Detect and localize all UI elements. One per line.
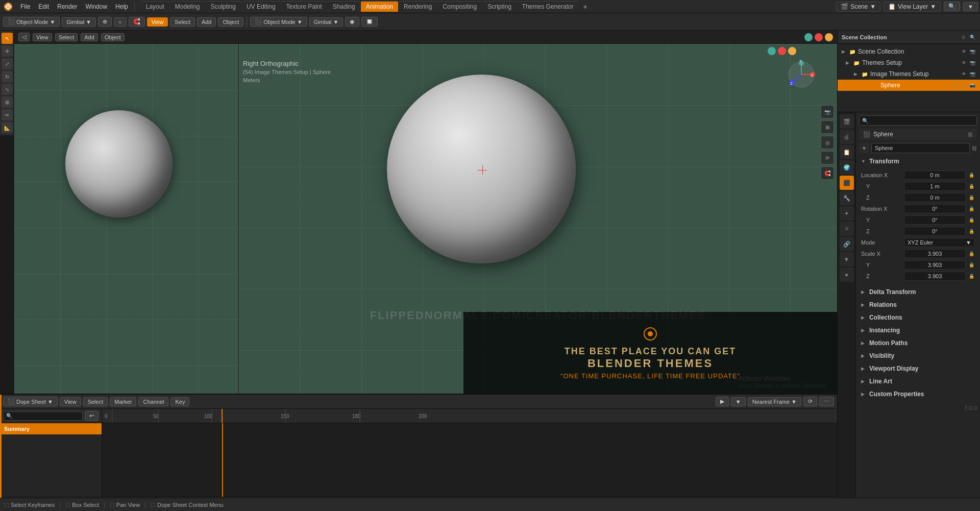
instancing-section[interactable]: ▶ Instancing xyxy=(859,324,977,336)
filter-button[interactable]: ▼ xyxy=(963,2,978,11)
ds-channel[interactable]: Channel xyxy=(138,397,168,406)
editor-type-right[interactable]: ⬛ Object Mode ▼ xyxy=(250,17,307,27)
viewport-add[interactable]: Add xyxy=(81,33,98,41)
rotation-y-lock[interactable]: 🔒 xyxy=(968,216,975,224)
add-workspace-button[interactable]: + xyxy=(579,2,592,12)
left-split-viewport[interactable] xyxy=(14,44,239,394)
select-tool[interactable]: ↖ xyxy=(2,33,13,44)
menu-render[interactable]: Render xyxy=(53,2,81,11)
ds-playback-btn[interactable]: ▶ xyxy=(716,397,729,406)
obj-link-icon[interactable]: ⛓ xyxy=(968,132,973,137)
outliner-search-btn[interactable]: 🔍 xyxy=(969,34,976,41)
location-z-lock[interactable]: 🔒 xyxy=(968,194,975,201)
ds-filter-btn[interactable]: ▼ xyxy=(731,397,746,406)
line-art-section[interactable]: ▶ Line Art xyxy=(859,375,977,387)
gizmo-button[interactable]: ⟳ xyxy=(821,151,834,164)
tab-themes-generator[interactable]: Themes Generator xyxy=(517,1,579,12)
tab-rendering[interactable]: Rendering xyxy=(399,1,437,12)
ds-nearest-frame[interactable]: Nearest Frame ▼ xyxy=(748,397,801,406)
prop-physics-icon[interactable]: ⚛ xyxy=(840,222,854,236)
viewport-display-section[interactable]: ▶ Viewport Display xyxy=(859,362,977,375)
collections-section[interactable]: ▶ Collections xyxy=(859,311,977,324)
overlay-button[interactable]: ◉ xyxy=(345,17,359,27)
tab-uv-editing[interactable]: UV Editing xyxy=(241,1,281,12)
prop-output-icon[interactable]: 🖨 xyxy=(840,130,854,144)
rotation-y-value[interactable]: 0° xyxy=(904,215,966,225)
rotation-z-value[interactable]: 0° xyxy=(904,227,966,236)
tab-animation[interactable]: Animation xyxy=(361,1,398,12)
viewport-select[interactable]: Select xyxy=(55,33,78,41)
tab-scripting[interactable]: Scripting xyxy=(482,1,517,12)
tab-shading[interactable]: Shading xyxy=(328,1,360,12)
tab-sculpting[interactable]: Sculpting xyxy=(206,1,241,12)
editor-type-left[interactable]: ⬛ Object Mode ▼ xyxy=(3,17,60,27)
mesh-link-btn[interactable]: ⛓ xyxy=(972,145,977,151)
scale-y-lock[interactable]: 🔒 xyxy=(968,261,975,269)
ds-select[interactable]: Select xyxy=(83,397,108,406)
tab-texture-paint[interactable]: Texture Paint xyxy=(281,1,327,12)
rotation-z-lock[interactable]: 🔒 xyxy=(968,228,975,235)
tree-item-image-themes[interactable]: ▶ 📁 Image Themes Setup 👁 📷 xyxy=(838,68,980,80)
nav-gizmo[interactable]: X Y Z xyxy=(786,59,817,91)
snap-vp-button[interactable]: 🧲 xyxy=(821,166,834,180)
prop-material-icon[interactable]: ● xyxy=(840,267,854,282)
tab-modeling[interactable]: Modeling xyxy=(170,1,205,12)
view-layer-selector[interactable]: 📋 View Layer ▼ xyxy=(884,2,941,12)
prop-data-icon[interactable]: ▼ xyxy=(840,252,854,266)
prop-constraints-icon[interactable]: 🔗 xyxy=(840,237,854,251)
snap-left[interactable]: 🧲 xyxy=(129,17,145,27)
custom-props-section[interactable]: ▶ Custom Properties xyxy=(859,388,977,400)
cursor-tool[interactable]: ✛ xyxy=(2,45,13,57)
scale-x-value[interactable]: 3.903 xyxy=(904,249,966,258)
mesh-name-input[interactable] xyxy=(871,143,970,153)
img-render-btn[interactable]: 📷 xyxy=(969,70,976,78)
gimbal-right[interactable]: Gimbal ▼ xyxy=(309,17,344,27)
ds-timeline-tracks[interactable]: 0 50 100 150 180 200 xyxy=(102,409,837,497)
object-name-input[interactable] xyxy=(873,131,965,138)
measure-tool[interactable]: 📐 xyxy=(2,122,13,133)
select-left[interactable]: Select xyxy=(170,17,195,27)
ds-clear-search[interactable]: ↩ xyxy=(85,411,99,421)
viewport-view[interactable]: View xyxy=(33,33,52,41)
tab-layout[interactable]: Layout xyxy=(141,1,169,12)
search-button[interactable]: 🔍 xyxy=(944,2,960,11)
prop-search-input[interactable] xyxy=(859,115,977,126)
move-tool[interactable]: ⤢ xyxy=(2,58,13,69)
object-menu[interactable]: Object xyxy=(218,17,243,27)
location-y-value[interactable]: 1 m xyxy=(904,182,966,191)
main-viewport[interactable]: ◁ View Select Add Object xyxy=(14,31,837,394)
img-vis-btn[interactable]: 👁 xyxy=(960,70,967,78)
overlay-vp-button[interactable]: ◎ xyxy=(821,136,834,149)
location-x-value[interactable]: 0 m xyxy=(904,171,966,180)
ds-key[interactable]: Key xyxy=(170,397,189,406)
scale-x-lock[interactable]: 🔒 xyxy=(968,250,975,257)
ds-summary-channel[interactable]: Summary xyxy=(0,423,102,434)
scene-selector[interactable]: 🎬 Scene ▼ xyxy=(836,2,880,12)
annotate-tool[interactable]: ✏ xyxy=(2,109,13,120)
camera-button[interactable]: 📷 xyxy=(821,105,834,118)
visibility-section[interactable]: ▶ Visibility xyxy=(859,350,977,362)
scene-vis-btn[interactable]: 👁 xyxy=(960,48,967,55)
viewport-expand[interactable]: ◁ xyxy=(18,33,30,41)
menu-help[interactable]: Help xyxy=(111,2,132,11)
ds-editor-type[interactable]: ⬛ Dope Sheet ▼ xyxy=(3,397,58,406)
ds-view[interactable]: View xyxy=(60,397,81,406)
tree-item-themes-setup[interactable]: ▶ 📁 Themes Setup 👁 📷 xyxy=(838,57,980,68)
scale-z-value[interactable]: 3.903 xyxy=(904,272,966,281)
tree-item-scene-collection[interactable]: ▶ 📁 Scene Collection 👁 📷 xyxy=(838,46,980,57)
view-left[interactable]: View xyxy=(147,17,168,27)
themes-vis-btn[interactable]: 👁 xyxy=(960,59,967,66)
scale-y-value[interactable]: 3.903 xyxy=(904,260,966,270)
scene-render-btn[interactable]: 📷 xyxy=(969,48,976,55)
motion-paths-section[interactable]: ▶ Motion Paths xyxy=(859,337,977,349)
transform-tool[interactable]: ⊞ xyxy=(2,96,13,108)
outliner-filter-btn[interactable]: ⊙ xyxy=(960,34,967,41)
sphere-render-btn[interactable]: 📷 xyxy=(969,82,976,89)
add-menu[interactable]: Add xyxy=(197,17,216,27)
rotation-mode-dropdown[interactable]: XYZ Euler ▼ xyxy=(904,238,975,247)
prop-view-layer-icon[interactable]: 📋 xyxy=(840,145,854,159)
sphere-vis-btn[interactable]: 👁 xyxy=(951,82,959,89)
themes-render-btn[interactable]: 📷 xyxy=(969,59,976,66)
prop-particles-icon[interactable]: ✦ xyxy=(840,206,854,221)
rotate-tool[interactable]: ↻ xyxy=(2,71,13,82)
